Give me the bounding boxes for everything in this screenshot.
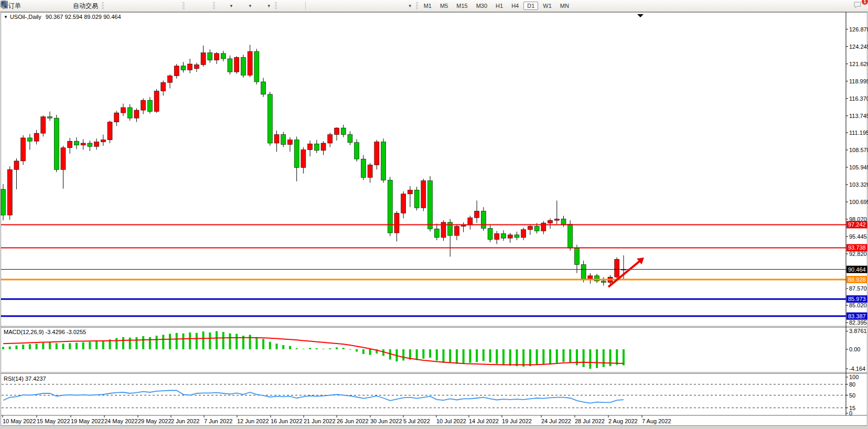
- tile-windows-button[interactable]: [168, 1, 181, 11]
- date-axis-label[interactable]: 12 Jun 2022: [237, 418, 269, 424]
- toolbar-grip: [275, 2, 277, 9]
- candle-down: [314, 144, 319, 151]
- candle-up: [134, 110, 139, 118]
- timeframe-w1[interactable]: W1: [539, 2, 555, 10]
- price-axis-label: 108.570: [849, 147, 868, 153]
- timeframe-h1[interactable]: H1: [492, 2, 507, 10]
- candle-down: [601, 281, 606, 283]
- candle-up: [308, 144, 313, 149]
- crosshair-icon: [293, 2, 302, 10]
- market-watch-button[interactable]: [23, 1, 36, 11]
- news-button[interactable]: [48, 1, 61, 11]
- date-axis-label[interactable]: 21 Jun 2022: [304, 418, 336, 424]
- chart-shift-button[interactable]: [199, 1, 211, 11]
- candle-up: [215, 53, 219, 60]
- date-axis-label[interactable]: 2 Jun 2022: [171, 418, 199, 424]
- date-axis-label[interactable]: 24 May 2022: [104, 418, 138, 424]
- timeframe-m30[interactable]: M30: [473, 2, 491, 10]
- candle-down: [341, 128, 346, 135]
- line-chart-button[interactable]: [131, 1, 143, 11]
- auto-trading-button[interactable]: 自动交易: [61, 1, 100, 11]
- zoom-in-button[interactable]: [143, 1, 156, 11]
- timeframe-h4[interactable]: H4: [508, 2, 522, 10]
- candle-up: [188, 64, 192, 70]
- candle-up: [234, 57, 239, 72]
- bar-chart-button[interactable]: [105, 1, 118, 11]
- data-window-button[interactable]: [36, 1, 48, 11]
- search-button[interactable]: [841, 1, 853, 11]
- candle-down: [574, 248, 579, 264]
- candle-down: [488, 228, 492, 239]
- candle-down: [1, 189, 6, 215]
- date-axis-label[interactable]: 2 Aug 2022: [608, 418, 638, 424]
- date-axis-label[interactable]: 10 May 2022: [3, 418, 36, 424]
- templates-button[interactable]: ▼: [254, 1, 273, 11]
- candle-down: [581, 264, 586, 280]
- vertical-line-button[interactable]: [307, 1, 320, 11]
- candle-up: [101, 140, 105, 142]
- date-axis-label[interactable]: 10 Jul 2022: [436, 418, 466, 424]
- timeframe-m1[interactable]: M1: [420, 2, 435, 10]
- channel-button[interactable]: E: [345, 1, 358, 11]
- candlestick-chart-button[interactable]: [118, 1, 131, 11]
- price-axis-label: 126.870: [849, 26, 868, 33]
- date-axis-label[interactable]: 30 Jun 2022: [370, 418, 402, 424]
- chevron-down-icon: ▼: [408, 4, 412, 8]
- date-axis-label[interactable]: 16 Jun 2022: [271, 418, 303, 424]
- price-tag-value: 90.464: [848, 266, 866, 273]
- chart-autoscroll-button[interactable]: [186, 1, 199, 11]
- periods-button[interactable]: ▼: [235, 1, 254, 11]
- date-axis-label[interactable]: 15 May 2022: [37, 418, 70, 424]
- timeframe-mn[interactable]: MN: [556, 2, 573, 10]
- cursor-button[interactable]: [278, 1, 291, 11]
- tile-windows-icon: [170, 2, 179, 10]
- candle-down: [414, 190, 419, 208]
- ohlc-values: 90.367 92.594 89.029 90.464: [46, 14, 121, 20]
- new-chart-button[interactable]: ▼: [217, 1, 235, 11]
- text-button[interactable]: A: [370, 1, 383, 11]
- line-chart-icon: [133, 2, 141, 10]
- candle-up: [121, 108, 125, 113]
- text-icon: A: [372, 2, 381, 10]
- zoom-out-button[interactable]: [156, 1, 168, 11]
- date-axis-label[interactable]: 5 Jul 2022: [403, 418, 430, 424]
- text-label-button[interactable]: T: [383, 1, 395, 11]
- price-axis-label: 98.070: [849, 216, 867, 222]
- timeframe-group: M1M5M15M30H1H4D1W1MN: [420, 2, 573, 10]
- candle-down: [54, 118, 59, 169]
- candle-up: [94, 142, 99, 146]
- date-axis-label[interactable]: 24 Jul 2022: [541, 418, 571, 424]
- date-axis-label[interactable]: 28 Jul 2022: [575, 418, 605, 424]
- date-axis-label[interactable]: 7 Jun 2022: [204, 418, 232, 424]
- horizontal-line-button[interactable]: [320, 1, 333, 11]
- candle-up: [141, 100, 146, 110]
- timeframe-m15[interactable]: M15: [453, 2, 471, 10]
- fibonacci-button[interactable]: F: [358, 1, 370, 11]
- date-axis-label[interactable]: 14 Jul 2022: [469, 418, 499, 424]
- price-tag-value: 97.242: [848, 221, 866, 228]
- candle-up: [454, 226, 459, 235]
- date-axis-label[interactable]: 19 Jul 2022: [502, 418, 532, 424]
- candle-down: [481, 211, 486, 229]
- arrows-button[interactable]: ▼: [395, 1, 414, 11]
- chat-button[interactable]: 1: [853, 1, 866, 11]
- date-axis-label[interactable]: 26 Jun 2022: [337, 418, 369, 424]
- candle-up: [114, 113, 119, 122]
- date-axis-label[interactable]: 29 May 2022: [138, 418, 172, 424]
- auto-trading-label: 自动交易: [73, 2, 98, 10]
- date-axis-label[interactable]: 19 May 2022: [71, 418, 104, 424]
- trendline-button[interactable]: [333, 1, 345, 11]
- chart-canvas: 97.24293.73890.46488.92885.97383.387126.…: [0, 0, 868, 429]
- candle-up: [161, 82, 166, 91]
- toolbar-grip: [183, 2, 185, 9]
- crosshair-button[interactable]: [291, 1, 304, 11]
- chart-shift-icon: [201, 2, 209, 10]
- macd-axis-label: 0.00: [849, 346, 860, 352]
- candle-down: [241, 57, 245, 75]
- timeframe-d1[interactable]: D1: [523, 2, 538, 10]
- timeframe-m5[interactable]: M5: [436, 2, 452, 10]
- candle-up: [521, 230, 526, 238]
- price-axis-label: 87.570: [849, 285, 867, 292]
- candle-up: [61, 148, 66, 170]
- date-axis-label[interactable]: 7 Aug 2022: [642, 418, 671, 424]
